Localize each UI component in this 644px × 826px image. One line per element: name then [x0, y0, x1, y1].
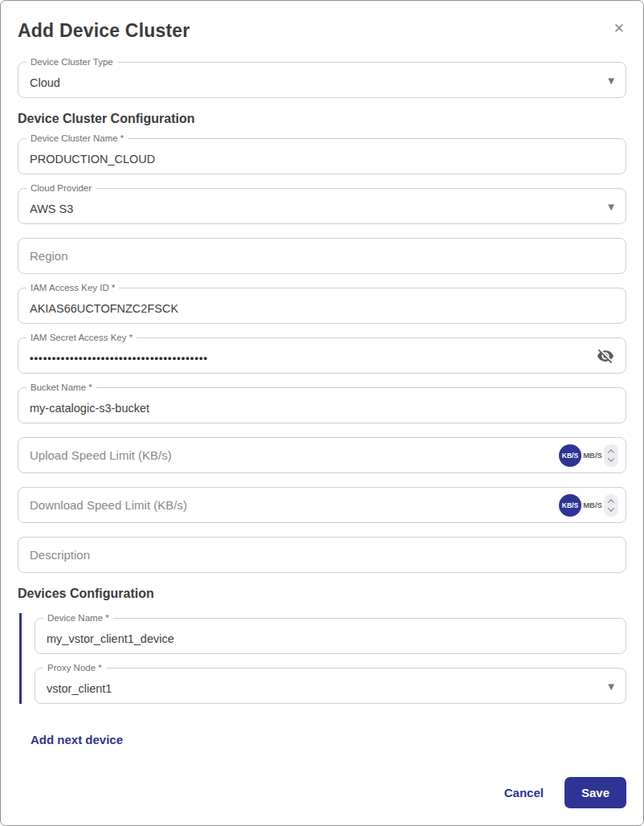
cluster-configuration-heading: Device Cluster Configuration: [18, 112, 626, 126]
bucket-name-input[interactable]: [18, 388, 626, 423]
proxy-node-label: Proxy Node *: [43, 663, 106, 674]
proxy-node-select[interactable]: Proxy Node * vstor_client1 ▼: [35, 668, 626, 704]
region-input[interactable]: [18, 239, 626, 273]
stepper-down-icon: [608, 455, 614, 461]
page-title: Add Device Cluster: [18, 20, 626, 42]
upload-unit-toggle: KB/S MB/S: [559, 444, 618, 467]
iam-secret-access-key-label: IAM Secret Access Key *: [26, 333, 137, 344]
close-icon: ✕: [613, 20, 625, 36]
toggle-secret-visibility-button[interactable]: [595, 346, 616, 366]
add-device-cluster-modal: Add Device Cluster ✕ Device Cluster Type…: [0, 0, 644, 826]
cloud-provider-label: Cloud Provider: [26, 183, 96, 194]
proxy-node-value: vstor_client1: [35, 677, 626, 695]
description-input[interactable]: [18, 538, 626, 572]
modal-header: Add Device Cluster ✕: [18, 20, 626, 42]
iam-access-key-id-field: IAM Access Key ID *: [18, 288, 626, 324]
region-field: [18, 238, 626, 274]
cloud-provider-value: AWS S3: [18, 198, 626, 215]
device-cluster-type-select[interactable]: Device Cluster Type Cloud ▼: [18, 62, 626, 98]
device-group: Device Name * Proxy Node * vstor_client1…: [19, 613, 626, 704]
description-field: [18, 537, 626, 573]
devices-configuration-heading: Devices Configuration: [18, 587, 626, 601]
upload-speed-stepper[interactable]: [604, 444, 618, 467]
upload-speed-limit-field: KB/S MB/S: [18, 437, 626, 473]
download-unit-mbps-toggle[interactable]: MB/S: [583, 501, 602, 509]
upload-unit-kbps-toggle[interactable]: KB/S: [559, 444, 581, 467]
add-next-device-button[interactable]: Add next device: [31, 733, 123, 746]
bucket-name-label: Bucket Name *: [26, 382, 96, 394]
modal-footer: Cancel Save: [504, 777, 626, 808]
download-speed-limit-input[interactable]: [18, 488, 626, 522]
download-unit-toggle: KB/S MB/S: [559, 494, 618, 517]
upload-speed-limit-input[interactable]: [18, 438, 626, 472]
cloud-provider-select[interactable]: Cloud Provider AWS S3 ▼: [18, 188, 626, 224]
close-button[interactable]: ✕: [610, 18, 628, 39]
visibility-off-icon: [597, 347, 614, 365]
stepper-down-icon: [608, 505, 614, 511]
download-speed-limit-field: KB/S MB/S: [18, 487, 626, 523]
iam-access-key-id-label: IAM Access Key ID *: [26, 283, 119, 294]
device-name-label: Device Name *: [43, 613, 113, 624]
cancel-button[interactable]: Cancel: [504, 786, 544, 799]
device-name-field: Device Name *: [35, 618, 626, 654]
device-cluster-type-value: Cloud: [18, 72, 626, 89]
upload-unit-mbps-toggle[interactable]: MB/S: [583, 451, 602, 460]
save-button[interactable]: Save: [565, 777, 626, 808]
device-cluster-name-field: Device Cluster Name *: [18, 138, 626, 174]
device-name-input[interactable]: [35, 619, 626, 653]
device-cluster-name-label: Device Cluster Name *: [26, 133, 128, 145]
download-speed-stepper[interactable]: [604, 494, 618, 517]
download-unit-kbps-toggle[interactable]: KB/S: [559, 494, 581, 517]
iam-secret-access-key-field: IAM Secret Access Key *: [18, 337, 626, 374]
bucket-name-field: Bucket Name *: [18, 387, 626, 423]
device-cluster-type-label: Device Cluster Type: [26, 57, 117, 68]
